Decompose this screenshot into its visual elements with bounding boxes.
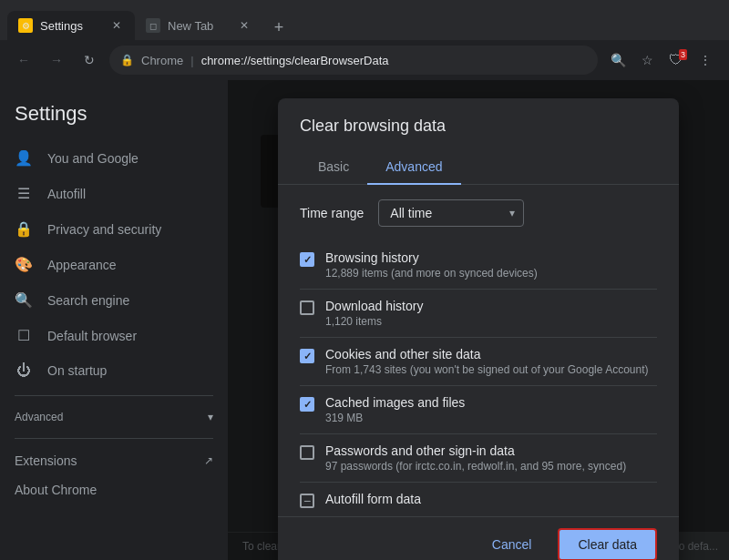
- time-range-select-wrapper: All time Last hour Last 24 hours Last 7 …: [378, 199, 524, 227]
- extension-button[interactable]: 🛡 3: [663, 47, 689, 73]
- appearance-icon: 🎨: [15, 256, 33, 273]
- browser-icon: ☐: [15, 327, 33, 344]
- menu-button[interactable]: ⋮: [693, 47, 718, 73]
- tab-settings[interactable]: ⚙ Settings ✕: [7, 11, 135, 40]
- sidebar-item-appearance[interactable]: 🎨 Appearance: [0, 247, 221, 282]
- forward-button[interactable]: →: [44, 47, 69, 73]
- sidebar-item-you-and-google[interactable]: 👤 You and Google: [0, 140, 221, 176]
- sidebar-advanced-section[interactable]: Advanced ▾: [0, 403, 228, 431]
- cookies-checkbox[interactable]: ✓: [300, 349, 314, 363]
- time-range-select[interactable]: All time Last hour Last 24 hours Last 7 …: [378, 199, 524, 227]
- sidebar-title: Settings: [0, 95, 228, 140]
- extension-badge: 3: [679, 49, 687, 60]
- advanced-label: Advanced: [15, 411, 63, 423]
- browsing-history-text: Browsing history 12,889 items (and more …: [325, 250, 657, 280]
- dialog-body: Time range All time Last hour Last 24 ho…: [278, 185, 679, 516]
- checkmark-icon: ✓: [303, 254, 312, 266]
- browsing-history-title: Browsing history: [325, 250, 657, 265]
- autofill-icon: ☰: [15, 185, 33, 202]
- checkmark-icon-cached: ✓: [303, 399, 312, 411]
- checkbox-item-autofill: − Autofill form data: [300, 483, 657, 516]
- browsing-history-checkbox-wrapper[interactable]: ✓: [300, 252, 314, 267]
- cookies-text: Cookies and other site data From 1,743 s…: [325, 347, 657, 376]
- settings-tab-close[interactable]: ✕: [109, 18, 124, 33]
- cancel-button[interactable]: Cancel: [473, 529, 551, 560]
- sidebar: Settings 👤 You and Google ☰ Autofill 🔒 P…: [0, 80, 228, 560]
- sidebar-item-autofill[interactable]: ☰ Autofill: [0, 176, 221, 211]
- site-label: Chrome: [141, 54, 183, 67]
- time-range-row: Time range All time Last hour Last 24 ho…: [300, 199, 657, 227]
- privacy-icon: 🔒: [15, 220, 33, 238]
- clear-data-button[interactable]: Clear data: [558, 528, 657, 560]
- download-history-checkbox[interactable]: [300, 300, 314, 315]
- sidebar-item-privacy-security[interactable]: 🔒 Privacy and security: [0, 211, 221, 247]
- chevron-down-icon: ▾: [208, 411, 213, 423]
- newtab-favicon: ◻: [146, 18, 160, 33]
- passwords-text: Passwords and other sign-in data 97 pass…: [325, 443, 657, 473]
- newtab-tab-close[interactable]: ✕: [237, 18, 252, 33]
- nav-bar: ← → ↻ 🔒 Chrome | chrome://settings/clear…: [0, 40, 729, 80]
- download-history-desc: 1,120 items: [325, 315, 657, 328]
- passwords-checkbox-wrapper[interactable]: [300, 445, 314, 460]
- menu-icon: ⋮: [699, 53, 712, 67]
- title-bar: ⚙ Settings ✕ ◻ New Tab ✕ +: [0, 0, 729, 40]
- sidebar-item-on-startup[interactable]: ⏻ On startup: [0, 353, 221, 388]
- about-chrome-label: About Chrome: [15, 483, 97, 497]
- sidebar-item-label-appearance: Appearance: [47, 258, 117, 272]
- reload-button[interactable]: ↻: [77, 47, 102, 73]
- checkbox-item-download-history: Download history 1,120 items: [300, 290, 657, 338]
- cached-checkbox[interactable]: ✓: [300, 397, 314, 412]
- autofill-title: Autofill form data: [325, 492, 657, 506]
- bookmark-button[interactable]: ☆: [634, 47, 660, 73]
- sidebar-divider-1: [15, 395, 213, 396]
- external-link-icon: ↗: [204, 454, 213, 467]
- sidebar-item-label-autofill: Autofill: [47, 187, 86, 201]
- sidebar-item-extensions[interactable]: Extensions ↗: [0, 446, 228, 475]
- sidebar-item-default-browser[interactable]: ☐ Default browser: [0, 318, 221, 353]
- dialog-footer: Cancel Clear data: [278, 516, 679, 560]
- content-area: Clear browsing data Basic Advanced Time …: [228, 80, 729, 560]
- back-button[interactable]: ←: [11, 47, 36, 73]
- bookmark-icon: ☆: [642, 53, 653, 67]
- settings-favicon: ⚙: [18, 18, 33, 33]
- indeterminate-icon: −: [303, 494, 311, 507]
- checkbox-item-passwords: Passwords and other sign-in data 97 pass…: [300, 434, 657, 483]
- dialog-tabs: Basic Advanced: [278, 150, 679, 185]
- sidebar-item-about-chrome[interactable]: About Chrome: [0, 475, 228, 504]
- passwords-title: Passwords and other sign-in data: [325, 443, 657, 458]
- sidebar-item-search-engine[interactable]: 🔍 Search engine: [0, 282, 221, 318]
- cached-checkbox-wrapper[interactable]: ✓: [300, 397, 314, 412]
- time-range-label: Time range: [300, 206, 364, 220]
- download-history-title: Download history: [325, 299, 657, 313]
- new-tab-button[interactable]: +: [266, 15, 292, 40]
- search-button[interactable]: 🔍: [605, 47, 631, 73]
- address-bar[interactable]: 🔒 Chrome | chrome://settings/clearBrowse…: [109, 46, 598, 75]
- newtab-tab-label: New Tab: [168, 19, 213, 33]
- extensions-label: Extensions: [15, 453, 77, 468]
- cookies-checkbox-wrapper[interactable]: ✓: [300, 349, 314, 363]
- startup-icon: ⏻: [15, 362, 33, 379]
- cached-text: Cached images and files 319 MB: [325, 395, 657, 424]
- autofill-checkbox[interactable]: −: [300, 494, 314, 508]
- sidebar-item-label-you-and-google: You and Google: [47, 151, 139, 166]
- download-history-checkbox-wrapper[interactable]: [300, 300, 314, 315]
- cached-desc: 319 MB: [325, 412, 657, 424]
- checkbox-item-cookies: ✓ Cookies and other site data From 1,743…: [300, 338, 657, 386]
- passwords-checkbox[interactable]: [300, 445, 314, 460]
- tab-newtab[interactable]: ◻ New Tab ✕: [135, 11, 262, 40]
- sidebar-item-label-browser: Default browser: [47, 329, 137, 343]
- secure-icon: 🔒: [120, 54, 134, 66]
- sidebar-item-label-search: Search engine: [47, 293, 129, 308]
- browsing-history-desc: 12,889 items (and more on synced devices…: [325, 267, 657, 280]
- nav-actions: 🔍 ☆ 🛡 3 ⋮: [605, 47, 718, 73]
- search-icon: 🔍: [611, 53, 626, 67]
- reload-icon: ↻: [84, 53, 95, 67]
- checkmark-icon-cookies: ✓: [303, 351, 312, 362]
- tab-basic[interactable]: Basic: [300, 150, 367, 185]
- browsing-history-checkbox[interactable]: ✓: [300, 252, 314, 267]
- url-text: chrome://settings/clearBrowserData: [201, 54, 389, 67]
- tab-advanced[interactable]: Advanced: [367, 150, 460, 185]
- autofill-checkbox-wrapper[interactable]: −: [300, 494, 314, 508]
- modal-overlay[interactable]: Clear browsing data Basic Advanced Time …: [228, 80, 729, 560]
- settings-tab-label: Settings: [40, 19, 83, 33]
